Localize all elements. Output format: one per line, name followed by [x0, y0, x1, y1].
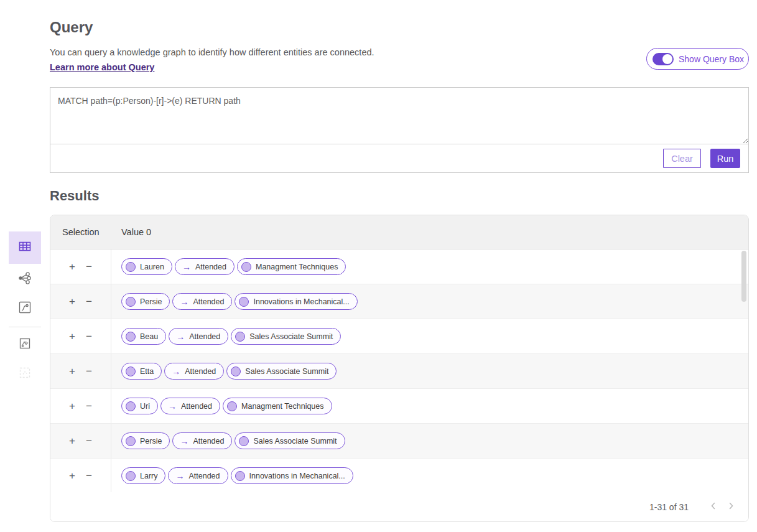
selection-cell: + −	[50, 459, 111, 493]
remove-selection-button[interactable]: −	[85, 365, 93, 378]
sidebar-item-graph-view[interactable]	[9, 266, 41, 293]
show-query-box-toggle[interactable]: Show Query Box	[646, 48, 749, 70]
edge-chip[interactable]: →Attended	[168, 467, 228, 484]
edge-label: Attended	[185, 367, 216, 376]
edge-chip[interactable]: →Attended	[175, 258, 235, 275]
selection-cell: + −	[50, 250, 111, 284]
results-scrollbar[interactable]	[741, 251, 746, 302]
add-selection-button[interactable]: +	[68, 330, 77, 343]
node-label: Managment Techniques	[256, 263, 338, 271]
add-selection-button[interactable]: +	[68, 295, 77, 308]
node-icon	[239, 297, 249, 307]
pagination-prev-button[interactable]	[705, 498, 722, 516]
node-icon	[231, 366, 241, 376]
arrow-right-icon: →	[180, 437, 188, 446]
arrow-right-icon: →	[182, 263, 191, 271]
edge-chip[interactable]: →Attended	[169, 328, 228, 345]
query-footer: Clear Run	[50, 144, 748, 172]
node-label: Etta	[140, 367, 154, 376]
node-chip[interactable]: Uri	[121, 398, 158, 414]
node-chip[interactable]: Innovations in Mechanical...	[231, 467, 353, 484]
node-icon	[126, 366, 136, 376]
path-cell: Etta →Attended Sales Associate Summit	[111, 354, 748, 388]
schema-icon	[18, 337, 32, 353]
remove-selection-button[interactable]: −	[85, 260, 93, 273]
remove-selection-button[interactable]: −	[85, 295, 93, 308]
arrow-right-icon: →	[168, 402, 177, 411]
add-selection-button[interactable]: +	[68, 434, 77, 447]
chevron-right-icon	[726, 501, 736, 513]
remove-selection-button[interactable]: −	[85, 330, 93, 343]
node-chip[interactable]: Managment Techniques	[237, 258, 346, 275]
remove-selection-button[interactable]: −	[85, 434, 93, 447]
add-selection-button[interactable]: +	[68, 365, 77, 378]
add-selection-button[interactable]: +	[68, 399, 77, 413]
node-label: Persie	[140, 297, 162, 306]
node-chip[interactable]: Sales Associate Summit	[235, 432, 345, 449]
page-description: You can query a knowledge graph to ident…	[50, 47, 374, 57]
node-label: Sales Associate Summit	[253, 437, 337, 446]
sidebar-item-chart-view[interactable]	[9, 295, 41, 322]
node-icon	[126, 471, 136, 481]
table-icon	[17, 239, 32, 256]
add-selection-button[interactable]: +	[68, 260, 77, 273]
results-title: Results	[50, 188, 99, 204]
node-chip[interactable]: Persie	[121, 293, 170, 310]
node-chip[interactable]: Etta	[121, 363, 162, 380]
node-icon	[126, 332, 136, 342]
path-cell: Lauren →Attended Managment Techniques	[111, 250, 748, 284]
table-row: + − Larry →Attended Innovations in Mecha…	[50, 459, 748, 493]
edge-chip[interactable]: →Attended	[172, 293, 232, 310]
node-chip[interactable]: Persie	[121, 432, 170, 449]
selection-cell: + −	[50, 319, 111, 353]
node-chip[interactable]: Sales Associate Summit	[231, 328, 341, 345]
edge-label: Attended	[189, 332, 220, 341]
node-label: Beau	[140, 332, 158, 341]
arrow-right-icon: →	[176, 332, 185, 341]
node-icon	[126, 262, 136, 272]
path-cell: Beau →Attended Sales Associate Summit	[111, 319, 748, 353]
edge-chip[interactable]: →Attended	[160, 398, 220, 414]
node-chip[interactable]: Beau	[121, 328, 166, 345]
run-button[interactable]: Run	[710, 149, 740, 168]
column-header-value: Value 0	[111, 227, 151, 237]
pagination-next-button[interactable]	[722, 498, 740, 516]
query-input[interactable]: MATCH path=(p:Person)-[r]->(e) RETURN pa…	[50, 88, 748, 144]
toggle-switch-icon[interactable]	[653, 53, 674, 65]
dashed-square-icon	[18, 366, 32, 382]
edge-label: Attended	[181, 402, 212, 411]
pagination-bar: 1-31 of 31	[50, 492, 748, 521]
node-chip[interactable]: Lauren	[121, 258, 172, 275]
sidebar-item-schema-view[interactable]	[9, 331, 41, 358]
toggle-label: Show Query Box	[679, 54, 744, 64]
sidebar-item-table-view[interactable]	[9, 231, 41, 264]
edge-label: Attended	[193, 437, 224, 446]
view-switcher-rail	[9, 231, 41, 388]
sidebar-item-disabled-view	[9, 360, 41, 388]
edge-label: Attended	[188, 472, 220, 480]
add-selection-button[interactable]: +	[68, 469, 77, 482]
path-cell: Persie →Attended Innovations in Mechanic…	[111, 284, 748, 319]
pagination-range-label: 1-31 of 31	[649, 502, 689, 512]
edge-chip[interactable]: →Attended	[164, 363, 224, 380]
node-icon	[239, 436, 249, 446]
clear-button[interactable]: Clear	[663, 149, 701, 168]
graph-network-icon	[17, 271, 32, 288]
selection-cell: + −	[50, 354, 111, 388]
node-chip[interactable]: Sales Associate Summit	[226, 363, 337, 380]
node-chip[interactable]: Innovations in Mechanical...	[235, 293, 357, 310]
edge-chip[interactable]: →Attended	[172, 432, 232, 449]
selection-cell: + −	[50, 389, 111, 423]
learn-more-link[interactable]: Learn more about Query	[50, 62, 154, 72]
node-icon	[241, 262, 251, 272]
remove-selection-button[interactable]: −	[85, 399, 93, 413]
node-label: Sales Associate Summit	[245, 367, 328, 376]
node-label: Innovations in Mechanical...	[253, 297, 349, 306]
remove-selection-button[interactable]: −	[85, 469, 93, 482]
node-chip[interactable]: Managment Techniques	[223, 398, 332, 414]
table-row: + − Lauren →Attended Managment Technique…	[50, 250, 748, 284]
edge-label: Attended	[195, 263, 226, 271]
table-row: + − Uri →Attended Managment Techniques	[50, 389, 748, 424]
node-chip[interactable]: Larry	[121, 467, 165, 484]
table-row: + − Persie →Attended Innovations in Mech…	[50, 284, 748, 319]
